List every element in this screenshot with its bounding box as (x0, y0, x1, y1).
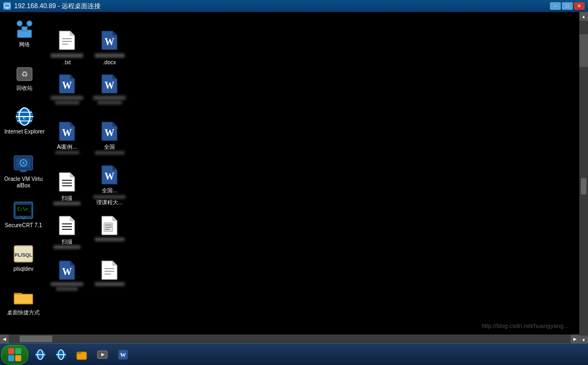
taskbar-icons: W (30, 346, 133, 363)
network-icon-img (14, 19, 35, 40)
icon-doc-p[interactable] (88, 257, 131, 288)
rdp-icon (3, 2, 11, 10)
icon-ai-word[interactable]: W Ai案例... (46, 118, 88, 156)
svg-text:W: W (62, 80, 72, 91)
word-ex-icon: W (56, 259, 78, 281)
svg-point-19 (22, 162, 24, 164)
svg-marker-55 (70, 216, 75, 221)
taskbar-explorer-icon[interactable] (72, 346, 91, 363)
svg-rect-3 (22, 27, 27, 31)
watermark: http://blog.csdn.net/huangyang... (481, 323, 568, 329)
svg-point-4 (17, 21, 22, 26)
scroll-up-arrow[interactable]: ▲ (579, 12, 588, 21)
svg-text:W: W (105, 80, 114, 91)
icon-plsqldev-label: plsqldev (14, 266, 34, 272)
svg-marker-32 (113, 31, 117, 35)
svg-rect-1 (6, 8, 8, 9)
icon-virtualbox[interactable]: Oracle VM VirtualBox (2, 151, 45, 191)
title-bar-buttons: − □ ✕ (550, 2, 585, 10)
scrollbar-v-thumb[interactable] (579, 34, 588, 67)
ai-word-icon: W (56, 120, 78, 142)
title-bar: 192.168.40.89 - 远程桌面连接 − □ ✕ (0, 0, 588, 12)
icon-securecrt[interactable]: C:\>_ SecureCRT 7.1 (2, 197, 45, 231)
svg-text:W: W (62, 127, 72, 138)
icon-virtualbox-label: Oracle VM VirtualBox (3, 176, 44, 189)
svg-marker-35 (70, 75, 75, 79)
icon-securecrt-label: SecureCRT 7.1 (5, 222, 42, 229)
icon-plsqldev[interactable]: PL/SQL plsqldev (2, 241, 45, 275)
svg-marker-44 (113, 122, 117, 126)
svg-marker-41 (70, 122, 75, 126)
svg-rect-20 (20, 170, 27, 172)
scroll-right-arrow[interactable]: ▶ (571, 334, 579, 343)
word3-icon: W (99, 73, 120, 95)
icon-doc-txt-label2: .txt (63, 59, 70, 66)
scrollbar-vertical[interactable]: ▲ ▼ (579, 12, 588, 356)
icon-scan1-label: 扫描 (62, 195, 72, 202)
svg-marker-38 (113, 75, 117, 79)
icon-doc-txt-label (51, 53, 83, 58)
svg-rect-80 (77, 352, 81, 354)
svg-text:W: W (105, 127, 114, 138)
scrollbar-horizontal[interactable]: ◀ ▶ (0, 334, 579, 343)
svg-marker-47 (70, 173, 75, 177)
icon-network[interactable]: 网络 (3, 16, 46, 50)
svg-text:W: W (62, 266, 72, 277)
icon-recycle-label: 回收站 (16, 85, 33, 92)
word2-icon: W (56, 73, 78, 95)
icon-ie-label: Internet Explorer (4, 129, 45, 135)
windows-logo (8, 348, 21, 361)
taskbar: W (0, 343, 588, 365)
svg-marker-27 (70, 31, 75, 35)
title-bar-left: 192.168.40.89 - 远程桌面连接 (3, 2, 101, 11)
svg-line-6 (20, 26, 22, 27)
icon-ie[interactable]: e Internet Explorer (3, 104, 46, 137)
close-button[interactable]: ✕ (574, 2, 585, 10)
icon-word2[interactable]: W (46, 71, 88, 107)
ie-icon-img: e (14, 106, 35, 127)
svg-marker-60 (113, 216, 117, 221)
svg-marker-52 (113, 166, 117, 170)
svg-text:W: W (105, 171, 114, 182)
icon-word3[interactable]: W (88, 71, 131, 107)
icon-word-docx1[interactable]: W .docx (88, 27, 131, 68)
icon-word1-ext: .docx (103, 59, 116, 66)
icon-doc-s[interactable] (88, 212, 131, 244)
scan1-icon (56, 171, 78, 193)
svg-text:W: W (120, 351, 126, 358)
doc-txt-icon (56, 29, 78, 51)
word-quanguo1-icon: W (99, 120, 120, 142)
icon-scan2-label: 扫描 (62, 239, 72, 245)
doc-p-icon (99, 259, 120, 281)
taskbar-ie-icon[interactable] (30, 346, 50, 363)
icon-network-label: 网络 (19, 41, 30, 48)
icon-word-ex[interactable]: W (46, 257, 88, 293)
svg-rect-0 (4, 4, 10, 8)
icon-scan2[interactable]: 扫描 (46, 212, 88, 251)
scrollbar-h-thumb[interactable] (20, 336, 52, 342)
taskbar-app-icon[interactable]: W (113, 346, 133, 363)
svg-text:♻: ♻ (21, 70, 28, 78)
title-bar-text: 192.168.40.89 - 远程桌面连接 (14, 2, 101, 11)
svg-text:C:\>_: C:\>_ (17, 207, 30, 212)
start-button[interactable] (1, 345, 28, 364)
remote-desktop: 网络 ♻ 回收站 e Internet Explorer (0, 12, 579, 356)
minimize-button[interactable]: − (550, 2, 561, 10)
plsql-icon-img: PL/SQL (13, 243, 34, 265)
icon-scan1[interactable]: 扫描 (46, 169, 88, 208)
icon-word-quanguo2[interactable]: W 全国... 理课程大... (88, 162, 131, 209)
word-quanguo2-icon: W (99, 164, 120, 186)
icon-desktop-shortcut[interactable]: 桌面快捷方式 (2, 284, 45, 318)
taskbar-media-icon[interactable] (93, 346, 112, 363)
icon-word-quanguo1[interactable]: W 全国 (88, 118, 131, 157)
vbox-icon-img (13, 153, 34, 175)
icon-word1-label (95, 53, 125, 58)
securecrt-icon-img: C:\>_ (13, 199, 34, 221)
restore-button[interactable]: □ (562, 2, 573, 10)
svg-marker-69 (113, 261, 117, 265)
taskbar-ie2-icon[interactable] (51, 346, 71, 363)
icon-doc-txt[interactable]: .txt (46, 27, 88, 68)
icon-recycle[interactable]: ♻ 回收站 (3, 60, 46, 94)
scroll-left-arrow[interactable]: ◀ (0, 334, 9, 343)
svg-text:PL/SQL: PL/SQL (15, 252, 33, 258)
